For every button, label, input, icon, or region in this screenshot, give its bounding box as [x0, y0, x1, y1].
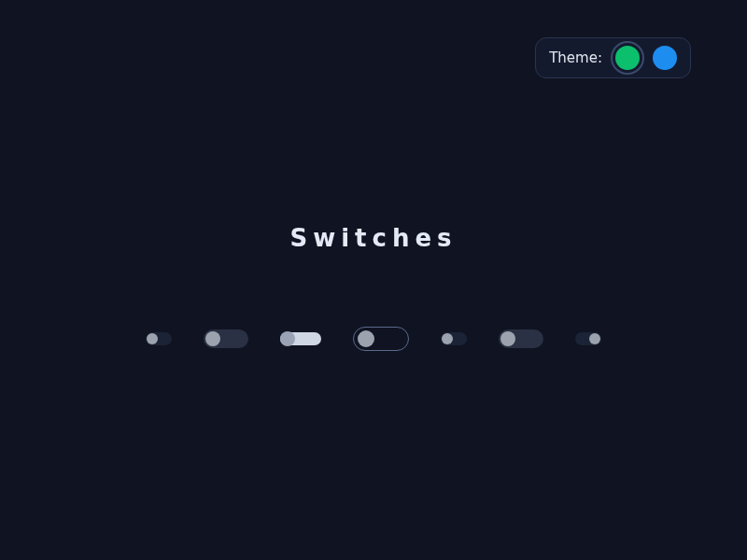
switch-4[interactable]	[353, 327, 409, 351]
switch-knob	[147, 333, 158, 344]
switch-5[interactable]	[441, 332, 467, 345]
theme-label: Theme:	[549, 49, 602, 66]
theme-picker: Theme:	[535, 37, 691, 78]
switch-7[interactable]	[575, 332, 601, 345]
theme-swatch-blue[interactable]	[653, 46, 677, 70]
switch-knob	[358, 330, 374, 347]
switch-1[interactable]	[146, 332, 172, 345]
switch-knob	[500, 331, 515, 346]
theme-swatch-green[interactable]	[615, 46, 640, 70]
switch-2[interactable]	[204, 329, 248, 348]
switch-knob	[442, 333, 453, 344]
switch-knob	[589, 333, 600, 344]
switch-row	[0, 327, 747, 351]
switch-knob	[205, 331, 220, 346]
switch-6[interactable]	[499, 329, 543, 348]
switch-3[interactable]	[280, 332, 321, 345]
page-title: Switches	[0, 224, 747, 252]
switch-knob	[280, 331, 295, 346]
